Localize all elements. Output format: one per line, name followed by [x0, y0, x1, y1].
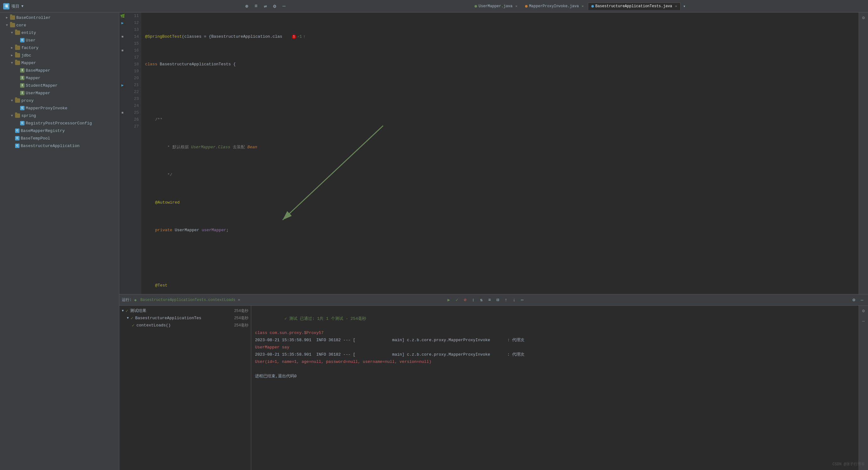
test-root-label: 测试结果 [130, 308, 146, 314]
tab-close-usermapper[interactable]: ✕ [515, 4, 518, 8]
tree-jdbc[interactable]: jdbc [0, 52, 119, 59]
panel-close-btn[interactable]: — [859, 297, 866, 303]
tree-label-proxy: proxy [21, 98, 34, 103]
code-content[interactable]: @SpringBootTest(classes = {Basestructure… [141, 12, 859, 294]
test-method-time: 254毫秒 [234, 323, 248, 328]
code-line-13 [145, 89, 859, 95]
run-btn[interactable]: ▶ [445, 297, 452, 303]
console-output[interactable]: ✓ 测试 已通过: 1共 1 个测试 - 254毫秒 class com.sun… [251, 306, 859, 470]
folder-icon-entity [15, 30, 20, 35]
tree-core[interactable]: core [0, 21, 119, 29]
gutter-21[interactable]: ▶ [119, 82, 126, 89]
tree-spring[interactable]: spring [0, 112, 119, 119]
scroll-settings-icon[interactable]: ⚙ [861, 14, 866, 22]
filter-btn[interactable]: ⊟ [494, 297, 501, 303]
console-line-7: 进程已结束,退出代码0 [255, 373, 855, 380]
code-editor[interactable]: 🌿 ▶ ■ ■ ▶ [119, 12, 868, 294]
tree-label-entity: entity [21, 30, 36, 35]
tree-registryconfig[interactable]: C RegistryPostProcessorConfig [0, 119, 119, 127]
file-icon-mapperproxyinvoke: C [20, 106, 25, 110]
tree-basestructureapp[interactable]: C BasestructureApplication [0, 142, 119, 150]
tree-basecontroller[interactable]: BaseController [0, 14, 119, 21]
tab-icon-mapperproxy [525, 5, 528, 7]
tree-label-basemapper: BaseMapper [26, 68, 50, 73]
minimize-icon[interactable]: — [282, 3, 285, 9]
split-icon[interactable]: ⇌ [264, 3, 267, 9]
sort-desc-btn[interactable]: ⇅ [478, 297, 485, 303]
tree-label-studentmapper: StudentMapper [26, 83, 58, 88]
more-btn[interactable]: ⋯ [519, 297, 526, 303]
tree-arrow-jdbc [10, 53, 14, 57]
tree-mapper[interactable]: Mapper [0, 59, 119, 67]
tab-usermapper[interactable]: UserMapper.java ✕ [471, 2, 521, 10]
test-class-time: 254毫秒 [234, 316, 248, 321]
ok-badge-11: ✓1 [298, 33, 302, 40]
tree-entity[interactable]: entity [0, 29, 119, 36]
console-line-3: UserMapper say [255, 344, 855, 351]
editor-scrollbar[interactable]: ⚙ [859, 12, 868, 294]
tree-factory[interactable]: factory [0, 44, 119, 52]
settings-icon[interactable]: ⚙ [273, 3, 276, 9]
align-btn[interactable]: ≡ [486, 297, 493, 303]
sort-asc-btn[interactable]: ↕ [470, 297, 477, 303]
tree-mapperproxyinvoke[interactable]: C MapperProxyInvoke [0, 104, 119, 112]
test-class[interactable]: ▼ ✓ BasestructureApplicationTes 254毫秒 [119, 315, 251, 322]
down-btn[interactable]: ↓ [510, 297, 518, 303]
console-settings-icon[interactable]: ⚙ [861, 307, 866, 315]
project-dropdown-icon[interactable]: ▼ [21, 4, 24, 8]
test-method-label: contextLoads() [136, 323, 170, 328]
folder-icon-core [10, 23, 15, 27]
project-label: 项目 [11, 3, 20, 9]
tab-basetest[interactable]: BasestructureApplicationTests.java ✕ [588, 2, 681, 10]
console-scrollbar[interactable]: ⚙ — [859, 306, 868, 470]
gutter-12[interactable]: ▶ [119, 20, 126, 26]
tree-user[interactable]: C User [0, 36, 119, 44]
tree-mapper-file[interactable]: I Mapper [0, 74, 119, 82]
up-btn[interactable]: ↑ [502, 297, 509, 303]
tree-label-mapper-file: Mapper [26, 76, 40, 81]
tab-icon-usermapper [474, 5, 477, 7]
tree-label-basemapperregistry: BaseMapperRegistry [21, 128, 65, 133]
file-icon-basemapperregistry: C [15, 128, 20, 133]
tab-icon-basetest [591, 5, 594, 7]
tree-basemapperregistry[interactable]: C BaseMapperRegistry [0, 127, 119, 135]
tree-label-basecontroller: BaseController [16, 16, 51, 20]
tree-arrow-entity [10, 31, 14, 34]
tree-label-factory: factory [21, 46, 39, 50]
tree-usermapper-file[interactable]: I UserMapper [0, 89, 119, 97]
folder-icon-mapper [15, 61, 20, 65]
tab-close-basetest[interactable]: ✕ [675, 4, 677, 8]
tab-mapperproxy[interactable]: MapperProxyInvoke.java ✕ [522, 2, 587, 10]
code-line-19 [145, 255, 859, 261]
code-line-15: * 默认根据 UserMapper.Class 去装配 Bean [145, 144, 859, 151]
tree-proxy[interactable]: proxy [0, 97, 119, 104]
code-line-14: /** [145, 116, 859, 123]
project-nav: 项 项目 ▼ [3, 3, 66, 9]
tab-more-icon[interactable]: ▾ [681, 2, 687, 10]
folder-icon-spring [15, 113, 20, 118]
layout-icon[interactable]: ≡ [255, 3, 258, 9]
sync-icon[interactable]: ⊕ [245, 3, 248, 9]
tree-basemapper[interactable]: I BaseMapper [0, 67, 119, 74]
test-method[interactable]: ✓ contextLoads() 254毫秒 [119, 322, 251, 329]
tab-close-mapperproxy[interactable]: ✕ [582, 4, 584, 8]
console-line-5: User(id=1, name=1, age=null, password=nu… [255, 358, 855, 365]
test-root[interactable]: ▼ ✓ 测试结果 254毫秒 [119, 307, 251, 315]
tree-studentmapper[interactable]: I StudentMapper [0, 82, 119, 89]
watermark: CSDN @张子行博客 [833, 462, 865, 467]
file-tree: BaseController core entity C User factor… [0, 12, 119, 470]
run-close-btn[interactable]: ✕ [238, 297, 240, 302]
tree-arrow-spring [10, 114, 14, 117]
console-line-2: 2023-08-21 15:35:58.901 INFO 36182 --- [… [255, 337, 855, 344]
tree-label-mapperproxyinvoke: MapperProxyInvoke [26, 106, 67, 111]
stop-btn[interactable]: ⊘ [462, 297, 469, 303]
tree-label-mapper: Mapper [21, 61, 36, 65]
editor-tabs: UserMapper.java ✕ MapperProxyInvoke.java… [465, 2, 865, 10]
run-title-area: 运行: ◆ BasestructureApplicationTests.cont… [122, 297, 444, 302]
console-minimize-icon[interactable]: — [861, 317, 866, 325]
settings-btn[interactable]: ⚙ [850, 297, 857, 303]
folder-icon-proxy [15, 98, 20, 103]
check-btn[interactable]: ✓ [454, 297, 460, 303]
tree-basetemppool[interactable]: C BaseTempPool [0, 135, 119, 142]
project-icon: 项 [3, 3, 9, 9]
